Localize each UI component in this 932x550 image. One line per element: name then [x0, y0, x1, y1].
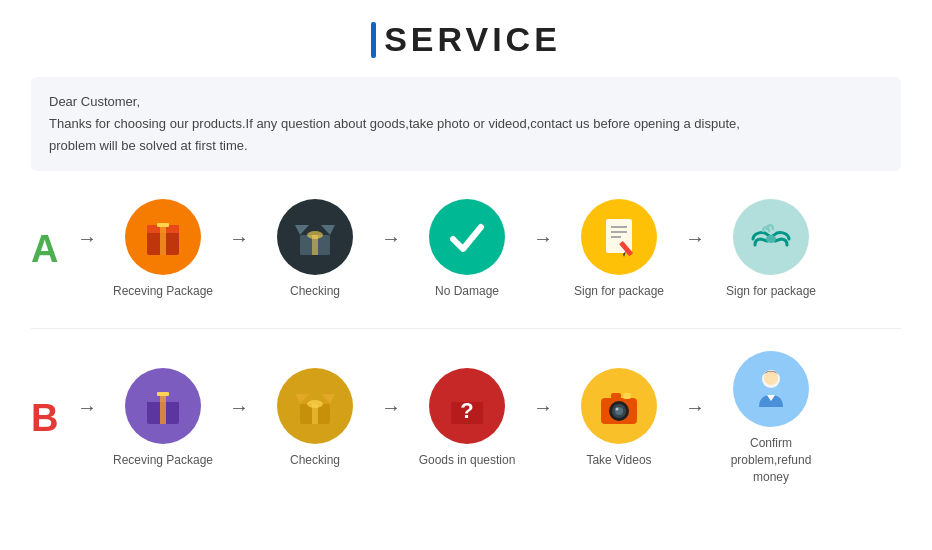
- item-label-b2: Checking: [290, 452, 340, 469]
- item-label-b3: Goods in question: [419, 452, 516, 469]
- title-text: SERVICE: [384, 20, 561, 59]
- notice-line3: problem will be solved at first time.: [49, 135, 883, 157]
- divider: [31, 328, 901, 329]
- item-label-a4: Sign for package: [574, 283, 664, 300]
- item-label-a3: No Damage: [435, 283, 499, 300]
- icon-handshake: [733, 199, 809, 275]
- icon-person-skyblue: [733, 351, 809, 427]
- arrow-b1: →: [229, 396, 249, 441]
- flow-row-b: B → Receving Package →: [31, 351, 901, 485]
- flow-section-a: A → Receving Package →: [31, 199, 901, 300]
- svg-marker-6: [321, 225, 335, 235]
- svg-point-9: [307, 231, 323, 239]
- arrow-a1: →: [229, 227, 249, 272]
- svg-text:?: ?: [460, 398, 473, 423]
- arrow-b4: →: [685, 396, 705, 441]
- icon-checkmark-green: [429, 199, 505, 275]
- flow-item-b2: Checking: [255, 368, 375, 469]
- svg-point-33: [616, 407, 619, 410]
- flow-row-a: A → Receving Package →: [31, 199, 901, 300]
- flow-item-a1: Receving Package: [103, 199, 223, 300]
- arrow-b2: →: [381, 396, 401, 441]
- svg-rect-3: [157, 223, 169, 227]
- arrow-b0: →: [77, 396, 97, 441]
- flow-item-b4: Take Videos: [559, 368, 679, 469]
- icon-box-dark: [277, 199, 353, 275]
- icon-sign-amber: [581, 199, 657, 275]
- row-label-a: A: [31, 228, 67, 271]
- svg-rect-2: [160, 225, 166, 255]
- svg-rect-19: [160, 394, 166, 424]
- arrow-b3: →: [533, 396, 553, 441]
- svg-rect-34: [611, 393, 621, 399]
- flow-section-b: B → Receving Package →: [31, 351, 901, 485]
- icon-camera-yellow: [581, 368, 657, 444]
- notice-box: Dear Customer, Thanks for choosing our p…: [31, 77, 901, 171]
- icon-box-open-gold: [277, 368, 353, 444]
- item-label-a1: Receving Package: [113, 283, 213, 300]
- flow-item-b5: Confirm problem,refund money: [711, 351, 831, 485]
- flow-item-b3: ? Goods in question: [407, 368, 527, 469]
- item-label-a5: Sign for package: [726, 283, 816, 300]
- item-label-a2: Checking: [290, 283, 340, 300]
- arrow-a4: →: [685, 227, 705, 272]
- arrow-a2: →: [381, 227, 401, 272]
- item-label-b5: Confirm problem,refund money: [711, 435, 831, 485]
- item-label-b1: Receving Package: [113, 452, 213, 469]
- svg-marker-23: [321, 394, 335, 404]
- arrow-a0: →: [77, 227, 97, 272]
- flow-item-a3: No Damage: [407, 199, 527, 300]
- svg-marker-22: [295, 394, 309, 404]
- icon-package-purple: [125, 368, 201, 444]
- notice-line2: Thanks for choosing our products.If any …: [49, 113, 883, 135]
- flow-item-a5: Sign for package: [711, 199, 831, 300]
- flow-item-a4: Sign for package: [559, 199, 679, 300]
- flow-item-b1: Receving Package: [103, 368, 223, 469]
- page-title: SERVICE: [371, 20, 561, 59]
- item-label-b4: Take Videos: [586, 452, 651, 469]
- svg-point-37: [764, 371, 778, 385]
- svg-point-25: [307, 400, 323, 408]
- svg-rect-20: [157, 392, 169, 396]
- arrow-a3: →: [533, 227, 553, 272]
- notice-line1: Dear Customer,: [49, 91, 883, 113]
- row-label-b: B: [31, 397, 67, 440]
- svg-point-16: [766, 235, 776, 243]
- title-accent-bar: [371, 22, 376, 58]
- icon-question-red: ?: [429, 368, 505, 444]
- flow-item-a2: Checking: [255, 199, 375, 300]
- svg-rect-35: [623, 393, 631, 399]
- svg-marker-5: [295, 225, 309, 235]
- icon-package-orange: [125, 199, 201, 275]
